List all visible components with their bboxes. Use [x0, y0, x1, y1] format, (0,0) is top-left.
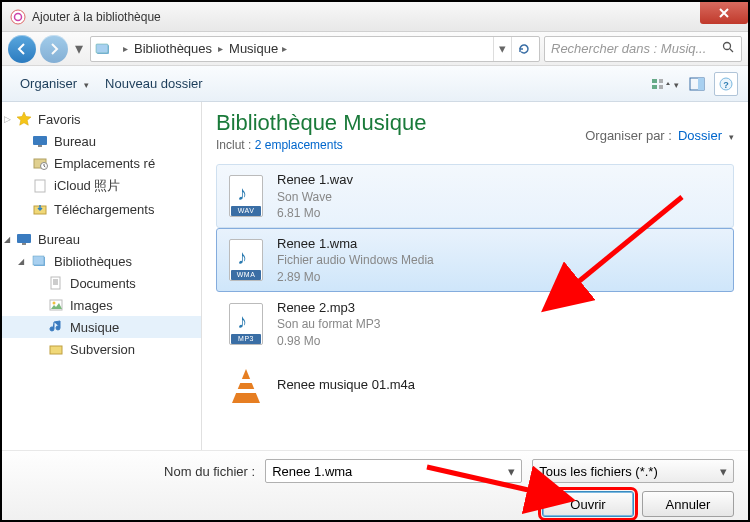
star-icon: [16, 111, 32, 127]
new-folder-button[interactable]: Nouveau dossier: [97, 73, 211, 94]
downloads-icon: [32, 201, 48, 217]
breadcrumb-sep-icon: [282, 43, 287, 54]
breadcrumb-dropdown[interactable]: ▾: [493, 37, 511, 61]
breadcrumb-sep-icon: [218, 43, 223, 54]
refresh-button[interactable]: [511, 37, 535, 61]
main-pane: Bibliothèque Musique Inclut : 2 emplacem…: [202, 102, 748, 450]
open-button[interactable]: Ouvrir: [542, 491, 634, 517]
filter-combobox[interactable]: Tous les fichiers (*.*) ▾: [532, 459, 734, 483]
toolbar: Organiser Nouveau dossier ?: [2, 66, 748, 102]
nav-row: ▾ Bibliothèques Musique ▾ Rechercher dan…: [2, 32, 748, 66]
recent-icon: [32, 155, 48, 171]
organize-by-dropdown[interactable]: Dossier: [678, 128, 734, 143]
help-button[interactable]: ?: [714, 72, 738, 96]
chevron-down-icon: ▾: [508, 464, 515, 479]
breadcrumb-leaf[interactable]: Musique: [229, 41, 278, 56]
app-icon: [10, 9, 26, 25]
sidebar-bureau-header[interactable]: Bureau: [2, 228, 201, 250]
library-icon: [95, 40, 113, 58]
titlebar: Ajouter à la bibliothèque: [2, 2, 748, 32]
desktop-icon: [32, 133, 48, 149]
file-name: Renee 1.wav: [277, 171, 353, 189]
library-includes: Inclut : 2 emplacements: [216, 138, 426, 152]
organize-by-label: Organiser par :: [585, 128, 672, 143]
file-row[interactable]: ♪WAV Renee 1.wav Son Wave 6.81 Mo: [216, 164, 734, 228]
sidebar-item-images[interactable]: Images: [2, 294, 201, 316]
svg-text:?: ?: [723, 79, 729, 89]
close-button[interactable]: [700, 2, 748, 24]
file-size: 6.81 Mo: [277, 205, 353, 221]
file-name: Renee 2.mp3: [277, 299, 380, 317]
svg-rect-24: [50, 346, 62, 354]
sidebar-favorites-header[interactable]: Favoris: [2, 108, 201, 130]
images-icon: [48, 297, 64, 313]
breadcrumb[interactable]: Bibliothèques Musique ▾: [90, 36, 540, 62]
file-row[interactable]: ♪MP3 Renee 2.mp3 Son au format MP3 0.98 …: [216, 292, 734, 356]
svg-rect-3: [96, 44, 108, 53]
file-row[interactable]: ♪WMA Renee 1.wma Fichier audio Windows M…: [216, 228, 734, 292]
documents-icon: [48, 275, 64, 291]
svg-point-4: [724, 42, 731, 49]
cancel-button[interactable]: Annuler: [642, 491, 734, 517]
breadcrumb-root[interactable]: Bibliothèques: [134, 41, 212, 56]
file-icon: [32, 178, 48, 194]
body: Favoris Bureau Emplacements ré iCloud 照片…: [2, 102, 748, 450]
search-input[interactable]: Rechercher dans : Musiq...: [544, 36, 742, 62]
preview-pane-button[interactable]: [682, 72, 712, 96]
svg-rect-5: [652, 79, 657, 83]
library-title: Bibliothèque Musique: [216, 110, 426, 136]
file-type: Son Wave: [277, 189, 353, 205]
file-type: Fichier audio Windows Media: [277, 252, 434, 268]
nav-history-dropdown[interactable]: ▾: [72, 39, 86, 58]
libraries-icon: [32, 253, 48, 269]
mp3-file-icon: ♪MP3: [225, 302, 267, 346]
filename-combobox[interactable]: Renee 1.wma ▾: [265, 459, 522, 483]
sidebar-item-recent[interactable]: Emplacements ré: [2, 152, 201, 174]
search-placeholder: Rechercher dans : Musiq...: [551, 41, 706, 56]
vlc-file-icon: [225, 363, 267, 407]
includes-link[interactable]: 2 emplacements: [255, 138, 343, 152]
svg-point-0: [11, 10, 25, 24]
sidebar-item-icloud[interactable]: iCloud 照片: [2, 174, 201, 198]
file-name: Renee 1.wma: [277, 235, 434, 253]
sidebar-item-musique[interactable]: Musique: [2, 316, 201, 338]
sidebar-item-downloads[interactable]: Téléchargements: [2, 198, 201, 220]
svg-point-23: [53, 302, 56, 305]
back-button[interactable]: [8, 35, 36, 63]
organize-menu[interactable]: Organiser: [12, 73, 97, 94]
sidebar-item-bureau[interactable]: Bureau: [2, 130, 201, 152]
svg-rect-6: [652, 85, 657, 89]
file-type: Son au format MP3: [277, 316, 380, 332]
svg-rect-15: [35, 180, 45, 192]
svg-rect-8: [698, 78, 704, 90]
window-title: Ajouter à la bibliothèque: [32, 10, 161, 24]
file-row[interactable]: Renee musique 01.m4a: [216, 356, 734, 414]
breadcrumb-sep-icon: [123, 43, 128, 54]
svg-rect-12: [38, 145, 42, 147]
file-name: Renee musique 01.m4a: [277, 376, 415, 394]
music-icon: [48, 319, 64, 335]
svg-rect-17: [17, 234, 31, 243]
sidebar-item-documents[interactable]: Documents: [2, 272, 201, 294]
view-options-button[interactable]: [650, 72, 680, 96]
sidebar: Favoris Bureau Emplacements ré iCloud 照片…: [2, 102, 202, 450]
forward-button[interactable]: [40, 35, 68, 63]
svg-rect-21: [51, 277, 60, 289]
svg-rect-11: [33, 136, 47, 145]
footer: Nom du fichier : Renee 1.wma ▾ Tous les …: [2, 450, 748, 522]
svg-rect-18: [22, 243, 26, 245]
search-icon: [722, 41, 735, 57]
desktop-icon: [16, 231, 32, 247]
svg-rect-20: [33, 256, 44, 265]
folder-icon: [48, 341, 64, 357]
wma-file-icon: ♪WMA: [225, 238, 267, 282]
sidebar-item-libraries[interactable]: ◢ Bibliothèques: [2, 250, 201, 272]
file-list[interactable]: ♪WAV Renee 1.wav Son Wave 6.81 Mo ♪WMA R…: [216, 164, 734, 450]
file-size: 2.89 Mo: [277, 269, 434, 285]
sidebar-item-subversion[interactable]: Subversion: [2, 338, 201, 360]
filename-label: Nom du fichier :: [16, 464, 265, 479]
file-size: 0.98 Mo: [277, 333, 380, 349]
wav-file-icon: ♪WAV: [225, 174, 267, 218]
chevron-down-icon: ▾: [720, 464, 727, 479]
